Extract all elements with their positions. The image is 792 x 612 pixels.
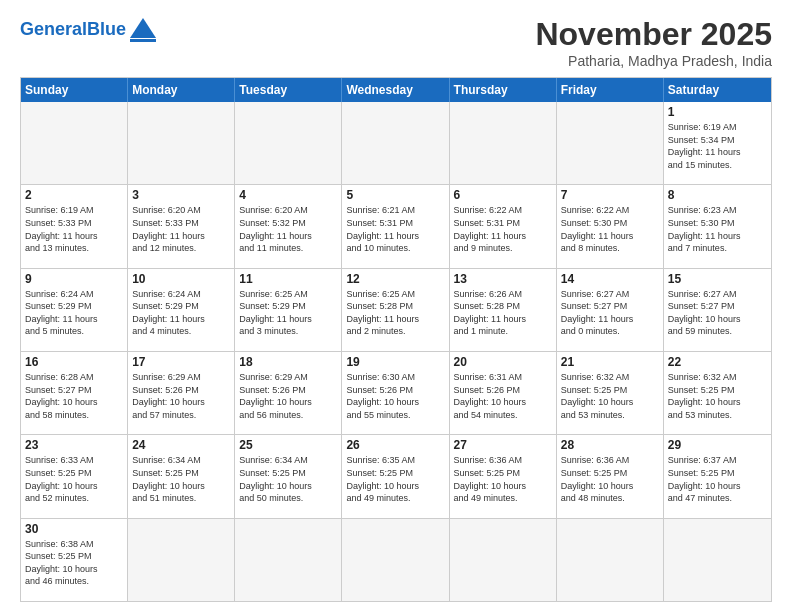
sun-info: Sunrise: 6:22 AM Sunset: 5:30 PM Dayligh… <box>561 204 659 254</box>
calendar-cell: 24Sunrise: 6:34 AM Sunset: 5:25 PM Dayli… <box>128 435 235 517</box>
date-number: 21 <box>561 355 659 369</box>
calendar-row-1: 2Sunrise: 6:19 AM Sunset: 5:33 PM Daylig… <box>21 185 771 268</box>
calendar-cell: 20Sunrise: 6:31 AM Sunset: 5:26 PM Dayli… <box>450 352 557 434</box>
sun-info: Sunrise: 6:27 AM Sunset: 5:27 PM Dayligh… <box>561 288 659 338</box>
calendar-cell: 30Sunrise: 6:38 AM Sunset: 5:25 PM Dayli… <box>21 519 128 601</box>
calendar-cell <box>450 519 557 601</box>
date-number: 25 <box>239 438 337 452</box>
calendar-cell: 6Sunrise: 6:22 AM Sunset: 5:31 PM Daylig… <box>450 185 557 267</box>
sun-info: Sunrise: 6:26 AM Sunset: 5:28 PM Dayligh… <box>454 288 552 338</box>
calendar-cell <box>342 519 449 601</box>
date-number: 1 <box>668 105 767 119</box>
calendar-cell: 23Sunrise: 6:33 AM Sunset: 5:25 PM Dayli… <box>21 435 128 517</box>
date-number: 8 <box>668 188 767 202</box>
calendar-cell: 19Sunrise: 6:30 AM Sunset: 5:26 PM Dayli… <box>342 352 449 434</box>
day-saturday: Saturday <box>664 78 771 102</box>
sun-info: Sunrise: 6:20 AM Sunset: 5:32 PM Dayligh… <box>239 204 337 254</box>
calendar-cell <box>557 102 664 184</box>
date-number: 26 <box>346 438 444 452</box>
date-number: 24 <box>132 438 230 452</box>
logo-blue: Blue <box>87 19 126 39</box>
svg-marker-0 <box>130 18 156 38</box>
sun-info: Sunrise: 6:25 AM Sunset: 5:29 PM Dayligh… <box>239 288 337 338</box>
sun-info: Sunrise: 6:29 AM Sunset: 5:26 PM Dayligh… <box>239 371 337 421</box>
calendar-cell: 26Sunrise: 6:35 AM Sunset: 5:25 PM Dayli… <box>342 435 449 517</box>
calendar-cell <box>664 519 771 601</box>
sun-info: Sunrise: 6:19 AM Sunset: 5:34 PM Dayligh… <box>668 121 767 171</box>
sun-info: Sunrise: 6:20 AM Sunset: 5:33 PM Dayligh… <box>132 204 230 254</box>
date-number: 12 <box>346 272 444 286</box>
date-number: 23 <box>25 438 123 452</box>
date-number: 7 <box>561 188 659 202</box>
sun-info: Sunrise: 6:25 AM Sunset: 5:28 PM Dayligh… <box>346 288 444 338</box>
date-number: 13 <box>454 272 552 286</box>
month-title: November 2025 <box>535 16 772 53</box>
calendar-row-2: 9Sunrise: 6:24 AM Sunset: 5:29 PM Daylig… <box>21 269 771 352</box>
calendar-cell: 16Sunrise: 6:28 AM Sunset: 5:27 PM Dayli… <box>21 352 128 434</box>
sun-info: Sunrise: 6:28 AM Sunset: 5:27 PM Dayligh… <box>25 371 123 421</box>
sun-info: Sunrise: 6:34 AM Sunset: 5:25 PM Dayligh… <box>239 454 337 504</box>
date-number: 6 <box>454 188 552 202</box>
sun-info: Sunrise: 6:36 AM Sunset: 5:25 PM Dayligh… <box>561 454 659 504</box>
calendar-cell: 27Sunrise: 6:36 AM Sunset: 5:25 PM Dayli… <box>450 435 557 517</box>
sun-info: Sunrise: 6:24 AM Sunset: 5:29 PM Dayligh… <box>25 288 123 338</box>
calendar-cell <box>235 519 342 601</box>
sun-info: Sunrise: 6:33 AM Sunset: 5:25 PM Dayligh… <box>25 454 123 504</box>
date-number: 5 <box>346 188 444 202</box>
calendar-cell <box>21 102 128 184</box>
calendar-row-5: 30Sunrise: 6:38 AM Sunset: 5:25 PM Dayli… <box>21 519 771 601</box>
subtitle: Patharia, Madhya Pradesh, India <box>535 53 772 69</box>
date-number: 2 <box>25 188 123 202</box>
logo-text: GeneralBlue <box>20 19 126 40</box>
header: GeneralBlue November 2025 Patharia, Madh… <box>20 16 772 69</box>
day-sunday: Sunday <box>21 78 128 102</box>
sun-info: Sunrise: 6:29 AM Sunset: 5:26 PM Dayligh… <box>132 371 230 421</box>
date-number: 30 <box>25 522 123 536</box>
sun-info: Sunrise: 6:27 AM Sunset: 5:27 PM Dayligh… <box>668 288 767 338</box>
date-number: 9 <box>25 272 123 286</box>
sun-info: Sunrise: 6:21 AM Sunset: 5:31 PM Dayligh… <box>346 204 444 254</box>
date-number: 29 <box>668 438 767 452</box>
date-number: 18 <box>239 355 337 369</box>
sun-info: Sunrise: 6:36 AM Sunset: 5:25 PM Dayligh… <box>454 454 552 504</box>
calendar-cell: 21Sunrise: 6:32 AM Sunset: 5:25 PM Dayli… <box>557 352 664 434</box>
calendar-header: Sunday Monday Tuesday Wednesday Thursday… <box>21 78 771 102</box>
sun-info: Sunrise: 6:32 AM Sunset: 5:25 PM Dayligh… <box>561 371 659 421</box>
sun-info: Sunrise: 6:34 AM Sunset: 5:25 PM Dayligh… <box>132 454 230 504</box>
logo-icon <box>128 14 158 42</box>
calendar-cell: 13Sunrise: 6:26 AM Sunset: 5:28 PM Dayli… <box>450 269 557 351</box>
date-number: 20 <box>454 355 552 369</box>
sun-info: Sunrise: 6:37 AM Sunset: 5:25 PM Dayligh… <box>668 454 767 504</box>
calendar-cell <box>235 102 342 184</box>
day-wednesday: Wednesday <box>342 78 449 102</box>
sun-info: Sunrise: 6:23 AM Sunset: 5:30 PM Dayligh… <box>668 204 767 254</box>
logo: GeneralBlue <box>20 16 158 42</box>
calendar-cell: 5Sunrise: 6:21 AM Sunset: 5:31 PM Daylig… <box>342 185 449 267</box>
date-number: 28 <box>561 438 659 452</box>
calendar-cell: 12Sunrise: 6:25 AM Sunset: 5:28 PM Dayli… <box>342 269 449 351</box>
day-thursday: Thursday <box>450 78 557 102</box>
title-section: November 2025 Patharia, Madhya Pradesh, … <box>535 16 772 69</box>
sun-info: Sunrise: 6:24 AM Sunset: 5:29 PM Dayligh… <box>132 288 230 338</box>
calendar-cell: 8Sunrise: 6:23 AM Sunset: 5:30 PM Daylig… <box>664 185 771 267</box>
calendar: Sunday Monday Tuesday Wednesday Thursday… <box>20 77 772 602</box>
day-tuesday: Tuesday <box>235 78 342 102</box>
calendar-cell: 29Sunrise: 6:37 AM Sunset: 5:25 PM Dayli… <box>664 435 771 517</box>
page: GeneralBlue November 2025 Patharia, Madh… <box>0 0 792 612</box>
calendar-cell <box>450 102 557 184</box>
calendar-cell: 17Sunrise: 6:29 AM Sunset: 5:26 PM Dayli… <box>128 352 235 434</box>
calendar-cell: 22Sunrise: 6:32 AM Sunset: 5:25 PM Dayli… <box>664 352 771 434</box>
calendar-body: 1Sunrise: 6:19 AM Sunset: 5:34 PM Daylig… <box>21 102 771 601</box>
svg-rect-1 <box>130 39 156 42</box>
date-number: 10 <box>132 272 230 286</box>
calendar-row-4: 23Sunrise: 6:33 AM Sunset: 5:25 PM Dayli… <box>21 435 771 518</box>
date-number: 17 <box>132 355 230 369</box>
calendar-cell: 7Sunrise: 6:22 AM Sunset: 5:30 PM Daylig… <box>557 185 664 267</box>
date-number: 27 <box>454 438 552 452</box>
calendar-cell <box>342 102 449 184</box>
sun-info: Sunrise: 6:31 AM Sunset: 5:26 PM Dayligh… <box>454 371 552 421</box>
date-number: 15 <box>668 272 767 286</box>
calendar-row-0: 1Sunrise: 6:19 AM Sunset: 5:34 PM Daylig… <box>21 102 771 185</box>
sun-info: Sunrise: 6:19 AM Sunset: 5:33 PM Dayligh… <box>25 204 123 254</box>
date-number: 11 <box>239 272 337 286</box>
